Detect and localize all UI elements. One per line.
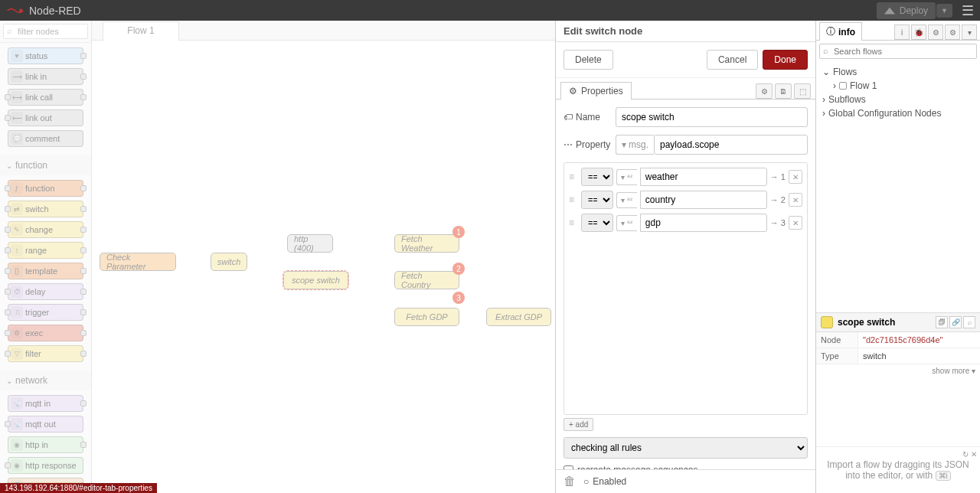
palette-node-http-response[interactable]: ◉http response [8,457,83,474]
rule-operator-select[interactable]: == [581,168,613,186]
sidebar-dropdown[interactable]: ▾ [962,24,977,40]
flow-canvas[interactable]: Check Parameter switch http (400) scope … [92,41,555,493]
palette-node-mqtt-in[interactable]: 📡mqtt in [8,395,83,412]
selected-node-header: scope switch 🗐 🔗 ⌕ [816,312,980,332]
sidebar-context-icon[interactable]: ⚙ [945,24,960,40]
flow-node-extract-gdp[interactable]: Extract GDP [486,308,551,326]
palette-filter-input[interactable] [3,24,88,39]
palette-node-function[interactable]: ƒfunction [8,180,83,197]
node-description-icon[interactable]: 🗎 [775,83,792,99]
rules-container: ≡ == ▾ ᵃᶻ → 1 ✕ ≡ == ▾ ᵃᶻ → 2 ✕ ≡ [564,162,808,415]
name-label: 🏷 Name [564,112,609,122]
palette-node-http-in[interactable]: ◉http in [8,436,83,453]
property-type-selector[interactable]: ▾ msg. [616,135,654,155]
node-action-copy-icon[interactable]: 🗐 [936,316,948,328]
node-type-value: switch [858,348,980,364]
rule-type-selector[interactable]: ▾ ᵃᶻ [616,169,637,185]
enabled-toggle[interactable]: ○ Enabled [583,476,626,487]
rule-row: ≡ == ▾ ᵃᶻ → 1 ✕ [569,168,802,186]
rule-value-input[interactable] [640,168,767,186]
hint-close-icon[interactable]: ✕ [971,450,977,459]
tree-flows[interactable]: ⌄ Flows [822,65,974,79]
palette-node-link-call[interactable]: ⟷link call [8,89,83,106]
palette-category-network[interactable]: network [0,371,91,390]
tree-global-config[interactable]: › Global Configuration Nodes [822,106,974,120]
show-more-link[interactable]: show more ▾ [816,364,980,377]
palette-node-mqtt-out[interactable]: 📡mqtt out [8,416,83,433]
property-input[interactable] [654,135,808,155]
properties-tab[interactable]: ⚙Properties [560,82,632,100]
selected-node-name: scope switch [838,317,895,328]
palette-node-link-out[interactable]: ⟵link out [8,109,83,126]
flow-node-scope-switch[interactable]: scope switch [283,271,348,289]
tree-flow-1[interactable]: › Flow 1 [822,79,974,93]
palette-node-change[interactable]: ✎change [8,221,83,238]
name-input[interactable] [616,107,808,127]
palette-node-link-in[interactable]: ⟶link in [8,68,83,85]
app-logo: Node-RED [6,5,81,17]
status-bar: 143.198.192.64:1880/#editor-tab-properti… [0,483,157,493]
palette-node-status[interactable]: ♥status [8,47,83,64]
node-palette: ♥status ⟶link in ⟷link call ⟵link out 💬c… [0,21,92,493]
main-menu-button[interactable]: ☰ [962,2,974,19]
delete-rule-button[interactable]: ✕ [789,193,802,207]
sidebar-config-icon[interactable]: ⚙ [928,24,943,40]
rule-type-selector[interactable]: ▾ ᵃᶻ [616,215,637,231]
cancel-button[interactable]: Cancel [707,50,758,70]
tree-subflows[interactable]: › Subflows [822,93,974,106]
rule-value-input[interactable] [640,191,767,209]
flow-node-switch[interactable]: switch [211,253,247,271]
palette-node-range[interactable]: ↕range [8,242,83,259]
node-appearance-icon[interactable]: ⬚ [794,83,811,99]
flow-node-http-400[interactable]: http (400) [287,234,333,253]
done-button[interactable]: Done [763,50,808,70]
delete-rule-button[interactable]: ✕ [789,170,802,184]
palette-node-comment[interactable]: 💬comment [8,130,83,147]
app-header: Node-RED Deploy ▼ ☰ [0,0,980,21]
drag-handle-icon[interactable]: ≡ [569,171,578,182]
rule-value-input[interactable] [640,214,767,232]
sidebar-help-icon[interactable]: i [894,24,910,40]
node-action-link-icon[interactable]: 🔗 [949,316,962,328]
rule-output: → 2 [770,195,786,204]
rule-output: → 1 [770,172,786,181]
flow-node-fetch-gdp[interactable]: Fetch GDP3 [394,308,459,326]
flow-node-fetch-country[interactable]: Fetch Country2 [394,271,459,289]
palette-node-filter[interactable]: ▽filter [8,345,83,362]
keyboard-shortcut: ⌘i [936,471,951,481]
node-id-value[interactable]: "d2c71615c7696d4e" [858,332,980,348]
drag-handle-icon[interactable]: ≡ [569,194,578,205]
change-badge: 1 [452,226,465,238]
palette-node-template[interactable]: {}template [8,263,83,279]
rule-row: ≡ == ▾ ᵃᶻ → 2 ✕ [569,191,802,209]
hint-refresh-icon[interactable]: ↻ [962,450,969,459]
flow-tab[interactable]: Flow 1 [103,21,179,41]
sidebar-search-input[interactable] [819,44,977,59]
rule-type-selector[interactable]: ▾ ᵃᶻ [616,192,637,208]
deploy-dropdown[interactable]: ▼ [936,4,952,18]
delete-rule-button[interactable]: ✕ [789,216,802,230]
node-settings-icon[interactable]: ⚙ [756,83,773,99]
drag-handle-icon[interactable]: ≡ [569,217,578,228]
palette-category-function[interactable]: function [0,155,91,175]
palette-node-switch[interactable]: ⇄switch [8,201,83,217]
flow-tree: ⌄ Flows › Flow 1 › Subflows › Global Con… [816,62,980,123]
add-rule-button[interactable]: + add [564,418,593,431]
palette-node-delay[interactable]: ⏱delay [8,283,83,300]
app-title: Node-RED [29,5,81,17]
rule-operator-select[interactable]: == [581,191,613,209]
sidebar-debug-icon[interactable]: 🐞 [911,24,926,40]
rule-operator-select[interactable]: == [581,214,613,232]
checking-mode-select[interactable]: checking all rules [564,437,808,459]
palette-node-exec[interactable]: ⚙exec [8,325,83,341]
deploy-button[interactable]: Deploy [877,2,936,19]
deploy-label: Deploy [900,5,928,16]
flow-node-check-parameter[interactable]: Check Parameter [100,253,176,271]
flow-node-fetch-weather[interactable]: Fetch Weather1 [394,234,459,253]
delete-button[interactable]: Delete [564,50,613,70]
node-action-search-icon[interactable]: ⌕ [963,316,975,328]
palette-node-trigger[interactable]: ⎍trigger [8,304,83,321]
edit-panel: Edit switch node Delete Cancel Done ⚙Pro… [555,21,815,493]
footer-icon[interactable]: 🗑 [564,475,576,488]
info-tab[interactable]: ⓘ info [819,22,862,41]
